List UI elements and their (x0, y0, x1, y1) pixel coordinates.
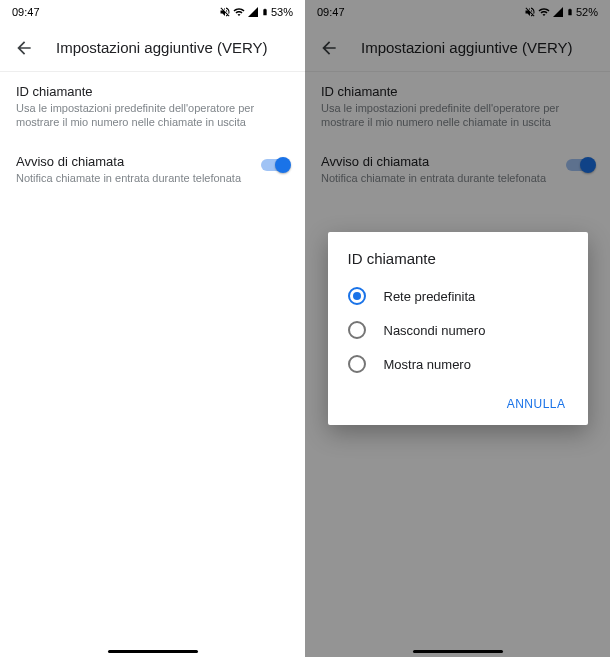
radio-option-hide-number[interactable]: Nascondi numero (328, 313, 588, 347)
dialog-actions: ANNULLA (328, 381, 588, 417)
radio-label: Mostra numero (384, 357, 471, 372)
setting-desc: Usa le impostazioni predefinite dell'ope… (16, 101, 281, 130)
call-waiting-switch[interactable] (261, 158, 289, 172)
status-time: 09:47 (12, 6, 40, 18)
setting-title: Avviso di chiamata (16, 154, 253, 169)
page-title: Impostazioni aggiuntive (VERY) (56, 39, 268, 56)
status-icons: 53% (219, 6, 293, 18)
battery-text: 53% (271, 6, 293, 18)
radio-icon (348, 355, 366, 373)
settings-list: ID chiamante Usa le impostazioni predefi… (0, 72, 305, 197)
nav-handle[interactable] (108, 650, 198, 653)
screen-settings-dialog: 09:47 52% Impostazioni aggiuntive (VERY)… (305, 0, 610, 657)
app-bar: Impostazioni aggiuntive (VERY) (0, 24, 305, 72)
dialog-scrim[interactable]: ID chiamante Rete predefinita Nascondi n… (305, 0, 610, 657)
mute-icon (219, 6, 231, 18)
arrow-back-icon (14, 38, 34, 58)
call-waiting-setting[interactable]: Avviso di chiamata Notifica chiamate in … (0, 142, 305, 197)
setting-title: ID chiamante (16, 84, 281, 99)
cancel-button[interactable]: ANNULLA (497, 391, 576, 417)
screen-settings: 09:47 53% Impostazioni aggiuntive (VERY)… (0, 0, 305, 657)
radio-option-show-number[interactable]: Mostra numero (328, 347, 588, 381)
caller-id-setting[interactable]: ID chiamante Usa le impostazioni predefi… (0, 72, 305, 142)
radio-label: Rete predefinita (384, 289, 476, 304)
wifi-icon (233, 6, 245, 18)
battery-icon (261, 6, 269, 18)
radio-label: Nascondi numero (384, 323, 486, 338)
status-bar: 09:47 53% (0, 0, 305, 24)
radio-icon (348, 287, 366, 305)
caller-id-dialog: ID chiamante Rete predefinita Nascondi n… (328, 232, 588, 425)
dialog-title: ID chiamante (328, 250, 588, 279)
signal-icon (247, 6, 259, 18)
radio-icon (348, 321, 366, 339)
radio-option-network-default[interactable]: Rete predefinita (328, 279, 588, 313)
back-button[interactable] (8, 32, 40, 64)
setting-desc: Notifica chiamate in entrata durante tel… (16, 171, 253, 185)
